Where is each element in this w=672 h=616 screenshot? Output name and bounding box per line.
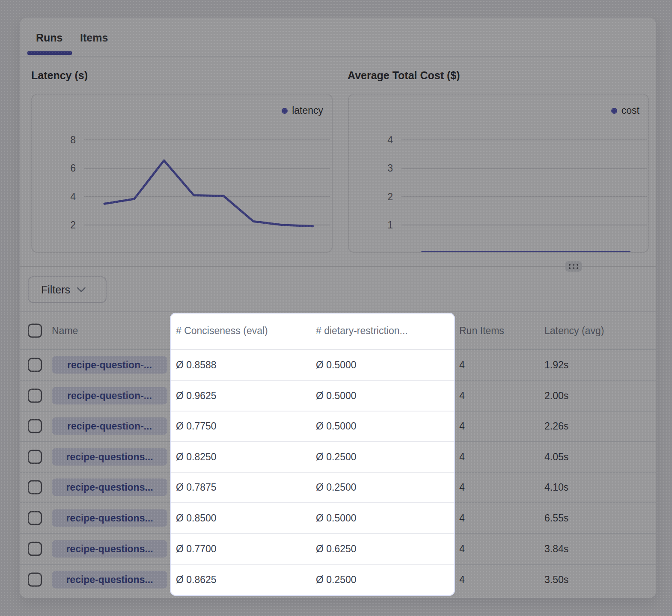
chevron-down-icon: [77, 287, 86, 293]
runs-panel: Runs Items Latency (s) Average Total Cos…: [19, 17, 657, 598]
latency-avg-cell: 2.00s: [544, 390, 568, 401]
table-row[interactable]: recipe-question-...Ø 0.9625Ø 0.500042.00…: [20, 381, 656, 412]
table-row[interactable]: recipe-questions...Ø 0.7700Ø 0.625043.84…: [20, 534, 656, 565]
latency-legend-label: latency: [292, 105, 323, 116]
cost-legend-dot-icon: [611, 108, 617, 114]
table-row[interactable]: recipe-questions...Ø 0.8500Ø 0.500046.55…: [20, 503, 656, 534]
svg-text:2: 2: [387, 191, 393, 202]
svg-text:1: 1: [387, 219, 393, 231]
dietary-score-cell: Ø 0.2500: [316, 451, 357, 462]
row-checkbox[interactable]: [28, 450, 42, 464]
row-checkbox[interactable]: [28, 573, 42, 587]
section-divider: [20, 266, 656, 267]
svg-text:4: 4: [387, 134, 393, 145]
dietary-score-cell: Ø 0.5000: [316, 512, 357, 524]
latency-chart: 2468 latency: [31, 94, 333, 253]
cost-legend-label: cost: [621, 105, 639, 116]
run-items-cell: 4: [459, 390, 465, 401]
latency-line-chart: 2468: [32, 95, 332, 252]
column-header-name[interactable]: Name: [52, 325, 78, 337]
dietary-score-cell: Ø 0.6250: [316, 543, 357, 554]
conciseness-score-cell: Ø 0.7750: [176, 421, 217, 432]
run-items-cell: 4: [459, 574, 465, 586]
latency-avg-cell: 3.84s: [544, 543, 568, 554]
latency-avg-cell: 4.10s: [544, 482, 568, 493]
run-name-badge[interactable]: recipe-questions...: [52, 540, 167, 557]
conciseness-score-cell: Ø 0.8588: [176, 359, 217, 371]
dietary-score-cell: Ø 0.5000: [316, 390, 357, 401]
column-header-run-items[interactable]: Run Items: [459, 325, 504, 337]
run-name-badge[interactable]: recipe-questions...: [52, 479, 167, 496]
filters-button[interactable]: Filters: [28, 276, 107, 303]
column-header-latency[interactable]: Latency (avg): [544, 325, 604, 337]
table-row[interactable]: recipe-question-...Ø 0.8588Ø 0.500041.92…: [20, 350, 656, 381]
run-name-badge[interactable]: recipe-question-...: [52, 387, 167, 404]
svg-text:2: 2: [70, 219, 76, 231]
tab-runs[interactable]: Runs: [36, 32, 63, 44]
conciseness-score-cell: Ø 0.8625: [176, 574, 217, 586]
table-header-row: Name # Conciseness (eval) # dietary-rest…: [20, 311, 656, 350]
table-row[interactable]: recipe-questions...Ø 0.8625Ø 0.250043.50…: [20, 564, 656, 595]
row-checkbox[interactable]: [28, 480, 42, 495]
table-row[interactable]: recipe-question-...Ø 0.7750Ø 0.500042.26…: [20, 411, 656, 442]
latency-avg-cell: 6.55s: [544, 512, 568, 524]
dim-overlay: [0, 596, 672, 616]
tab-items[interactable]: Items: [80, 32, 108, 44]
cost-chart-title: Average Total Cost ($): [348, 69, 460, 82]
run-items-cell: 4: [459, 482, 465, 493]
run-name-badge[interactable]: recipe-questions...: [52, 448, 167, 465]
svg-text:3: 3: [387, 163, 393, 174]
latency-avg-cell: 3.50s: [544, 574, 568, 586]
row-checkbox[interactable]: [28, 419, 42, 433]
conciseness-score-cell: Ø 0.8500: [176, 512, 217, 524]
table-row[interactable]: recipe-questions...Ø 0.8250Ø 0.250044.05…: [20, 442, 656, 473]
select-all-checkbox[interactable]: [28, 324, 42, 338]
run-name-badge[interactable]: recipe-question-...: [52, 356, 167, 374]
cost-legend: cost: [611, 105, 639, 116]
cost-chart: 1234 cost: [348, 94, 649, 253]
latency-avg-cell: 4.05s: [544, 451, 568, 462]
dietary-score-cell: Ø 0.5000: [316, 421, 357, 432]
svg-text:6: 6: [70, 163, 76, 174]
run-items-cell: 4: [459, 512, 465, 524]
resize-drag-handle[interactable]: [565, 261, 582, 272]
table-row[interactable]: recipe-questions...Ø 0.7875Ø 0.250044.10…: [20, 472, 656, 503]
latency-legend: latency: [282, 105, 323, 116]
row-checkbox[interactable]: [28, 358, 42, 372]
cost-line-chart: 1234: [349, 95, 648, 252]
run-name-badge[interactable]: recipe-question-...: [52, 418, 167, 435]
latency-avg-cell: 1.92s: [544, 359, 568, 371]
conciseness-score-cell: Ø 0.9625: [176, 390, 217, 401]
latency-chart-title: Latency (s): [31, 69, 88, 82]
svg-text:8: 8: [70, 134, 76, 145]
row-checkbox[interactable]: [28, 388, 42, 403]
svg-text:4: 4: [70, 191, 76, 202]
latency-avg-cell: 2.26s: [544, 421, 568, 432]
row-checkbox[interactable]: [28, 511, 42, 525]
dietary-score-cell: Ø 0.2500: [316, 574, 357, 586]
run-items-cell: 4: [459, 451, 465, 462]
conciseness-score-cell: Ø 0.7875: [176, 482, 217, 493]
active-tab-indicator: [27, 51, 72, 55]
tab-bar: Runs Items: [20, 18, 656, 57]
grip-dots-icon: [568, 263, 579, 270]
filters-button-label: Filters: [41, 284, 70, 296]
run-name-badge[interactable]: recipe-questions...: [52, 509, 167, 527]
latency-legend-dot-icon: [282, 108, 288, 114]
row-checkbox[interactable]: [28, 542, 42, 556]
run-items-cell: 4: [459, 359, 465, 371]
run-name-badge[interactable]: recipe-questions...: [52, 571, 167, 589]
dietary-score-cell: Ø 0.2500: [316, 482, 357, 493]
column-header-conciseness[interactable]: # Conciseness (eval): [176, 325, 268, 337]
dietary-score-cell: Ø 0.5000: [316, 359, 357, 371]
column-header-dietary[interactable]: # dietary-restriction...: [316, 325, 408, 337]
conciseness-score-cell: Ø 0.8250: [176, 451, 217, 462]
run-items-cell: 4: [459, 421, 465, 432]
run-items-cell: 4: [459, 543, 465, 554]
conciseness-score-cell: Ø 0.7700: [176, 543, 217, 554]
